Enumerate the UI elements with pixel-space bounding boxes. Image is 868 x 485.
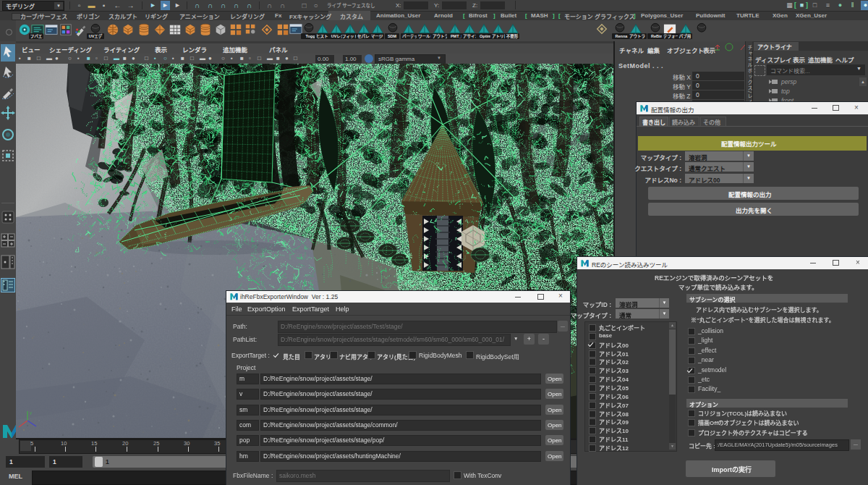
svg-text:y: y bbox=[30, 410, 32, 415]
